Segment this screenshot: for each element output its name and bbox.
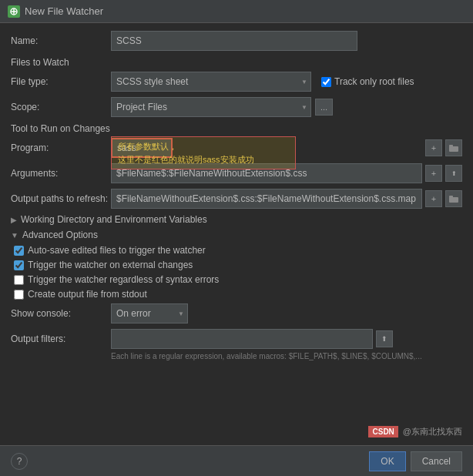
output-filters-row: Output filters: ⬆	[11, 329, 462, 349]
bottom-right: OK Cancel	[369, 451, 462, 471]
watermark-text: @东南北找东西	[403, 426, 462, 437]
title-bar-icon	[8, 5, 20, 18]
working-dir-expand-icon: ▶	[11, 216, 17, 224]
annotation-line1: 所有参数默认，	[118, 140, 289, 153]
svg-rect-4	[449, 145, 453, 147]
scope-dropdown-wrap: Project Files	[111, 97, 311, 117]
checkbox-label-2: Trigger the watcher on external changes	[14, 260, 193, 270]
checkbox-row-2: Trigger the watcher on external changes	[14, 260, 462, 270]
arguments-label: Arguments:	[11, 168, 111, 179]
tool-section-title: Tool to Run on Changes	[11, 123, 462, 134]
checkbox-label-4: Create output file from stdout	[14, 289, 147, 300]
program-add-button[interactable]: +	[425, 139, 442, 156]
syntax-errors-checkbox[interactable]	[14, 275, 24, 285]
track-only-checkbox[interactable]	[321, 77, 331, 87]
checkbox-row-3: Trigger the watcher regardless of syntax…	[14, 274, 462, 285]
files-to-watch-title: Files to Watch	[11, 57, 462, 68]
output-filter-expand-button[interactable]: ⬆	[376, 330, 393, 347]
output-paths-input[interactable]	[111, 189, 422, 209]
filetype-label: File type:	[11, 76, 111, 87]
filetype-dropdown-wrap: SCSS style sheet	[111, 72, 311, 92]
arguments-macro-button[interactable]: ⬆	[445, 165, 462, 182]
output-paths-label: Output paths to refresh:	[11, 193, 111, 204]
output-paths-add-button[interactable]: +	[425, 190, 442, 207]
output-paths-row: Output paths to refresh: +	[11, 189, 462, 209]
title-bar-title: New File Watcher	[25, 5, 103, 17]
watermark: CSDN @东南北找东西	[368, 426, 462, 437]
bottom-left: ?	[11, 453, 28, 470]
filetype-dropdown-container: SCSS style sheet Track only root files	[111, 72, 414, 92]
stdout-label: Create output file from stdout	[28, 289, 147, 300]
external-changes-label: Trigger the watcher on external changes	[28, 260, 193, 270]
scope-ellipsis-button[interactable]: ...	[315, 99, 333, 116]
watermark-logo: CSDN	[368, 426, 398, 437]
checkbox-row-1: Auto-save edited files to trigger the wa…	[14, 245, 462, 256]
name-label: Name:	[11, 35, 111, 46]
working-dir-row[interactable]: ▶ Working Directory and Environment Vari…	[11, 214, 462, 225]
track-only-label: Track only root files	[334, 76, 414, 87]
bottom-bar: ? OK Cancel	[0, 445, 473, 476]
checkbox-row-4: Create output file from stdout	[14, 289, 462, 300]
arguments-expand-button[interactable]: +	[425, 165, 442, 182]
ok-button[interactable]: OK	[369, 451, 405, 471]
output-paths-input-container: +	[111, 189, 462, 209]
name-input[interactable]	[111, 31, 357, 51]
annotation-box: 所有参数默认， 这里不是红色的就说明sass安装成功	[111, 136, 296, 169]
help-button[interactable]: ?	[11, 453, 28, 470]
output-paths-folder-button[interactable]	[445, 190, 462, 207]
scope-dropdown-container: Project Files ...	[111, 97, 333, 117]
stdout-checkbox[interactable]	[14, 290, 24, 300]
svg-rect-5	[449, 197, 458, 203]
svg-rect-6	[449, 196, 453, 198]
output-filters-container: ⬆	[111, 329, 393, 349]
working-dir-label: Working Directory and Environment Variab…	[21, 214, 207, 225]
filetype-row: File type: SCSS style sheet Track only r…	[11, 72, 462, 92]
advanced-label: Advanced Options	[22, 230, 98, 240]
program-label: Program:	[11, 142, 111, 153]
dialog-body: Name: Files to Watch File type: SCSS sty…	[0, 23, 473, 445]
external-changes-checkbox[interactable]	[14, 260, 24, 270]
svg-rect-3	[449, 146, 458, 152]
annotation-line2: 这里不是红色的就说明sass安装成功	[118, 153, 289, 166]
show-console-row: Show console: On error Always Never	[11, 303, 462, 323]
program-section: Program: + 所有参数默认， 这里不是红色的就说明sass安装成功	[11, 138, 462, 158]
checkbox-label-3: Trigger the watcher regardless of syntax…	[14, 274, 219, 285]
track-only-container: Track only root files	[321, 76, 414, 87]
autosave-label: Auto-save edited files to trigger the wa…	[28, 245, 206, 256]
advanced-expand-icon: ▼	[11, 231, 18, 240]
advanced-section: ▼ Advanced Options Auto-save edited file…	[11, 230, 462, 360]
program-folder-button[interactable]	[445, 139, 462, 156]
scope-dropdown[interactable]: Project Files	[111, 97, 311, 117]
title-bar: New File Watcher	[0, 0, 473, 23]
checkbox-label-1: Auto-save edited files to trigger the wa…	[14, 245, 206, 256]
advanced-header[interactable]: ▼ Advanced Options	[11, 230, 462, 240]
show-console-dropdown[interactable]: On error Always Never	[111, 303, 188, 323]
filetype-dropdown[interactable]: SCSS style sheet	[111, 72, 311, 92]
hint-text: Each line is a regular expression, avail…	[111, 352, 462, 360]
name-row: Name:	[11, 31, 462, 51]
output-filters-label: Output filters:	[11, 334, 111, 344]
console-dropdown-wrap: On error Always Never	[111, 303, 188, 323]
scope-row: Scope: Project Files ...	[11, 97, 462, 117]
show-console-label: Show console:	[11, 308, 111, 319]
autosave-checkbox[interactable]	[14, 246, 24, 256]
output-filter-input[interactable]	[111, 329, 373, 349]
cancel-button[interactable]: Cancel	[411, 451, 462, 471]
scope-label: Scope:	[11, 102, 111, 112]
syntax-errors-label: Trigger the watcher regardless of syntax…	[28, 274, 219, 285]
